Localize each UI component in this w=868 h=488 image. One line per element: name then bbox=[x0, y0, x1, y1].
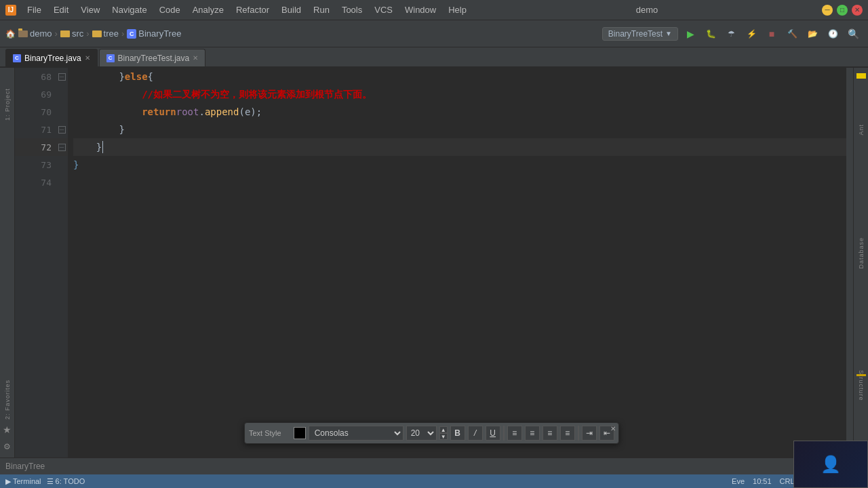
align-justify-button[interactable]: ≡ bbox=[560, 426, 575, 441]
tab-binarytree-close[interactable]: ✕ bbox=[85, 54, 90, 62]
run-button[interactable]: ▶ bbox=[681, 24, 700, 43]
fold-69 bbox=[56, 85, 68, 103]
minimize-button[interactable]: ─ bbox=[822, 5, 833, 16]
breadcrumb-sep1: › bbox=[55, 28, 58, 39]
terminal-button[interactable]: ▶ Terminal bbox=[5, 477, 41, 486]
toolbar: 🏠 demo › src › tree › C BinaryTree Binar… bbox=[0, 20, 868, 47]
tab-binarytreetest-label: BinaryTreeTest.java bbox=[118, 54, 190, 63]
menu-bar: File Edit View Navigate Code Analyze Ref… bbox=[22, 3, 472, 16]
breadcrumb-class[interactable]: C BinaryTree bbox=[127, 28, 181, 39]
tab-binarytreetest-icon: C bbox=[106, 54, 115, 62]
terminal-label: Terminal bbox=[13, 477, 41, 485]
scroll-marker bbox=[856, 374, 866, 376]
todo-button[interactable]: ☰ 6: TODO bbox=[47, 477, 85, 486]
breadcrumb-src[interactable]: src bbox=[60, 28, 83, 39]
menu-run[interactable]: Run bbox=[308, 3, 335, 16]
tree-folder-icon bbox=[92, 30, 102, 37]
breadcrumb-demo-label: demo bbox=[30, 28, 52, 39]
sidebar-project-label[interactable]: 1: Project bbox=[4, 85, 11, 123]
settings-icon[interactable]: ⚙ bbox=[3, 442, 11, 451]
indent-increase-button[interactable]: ⇥ bbox=[582, 426, 597, 441]
terminal-icon: ▶ bbox=[5, 477, 11, 486]
fold-74 bbox=[56, 174, 68, 191]
menu-vcs[interactable]: VCS bbox=[369, 3, 398, 16]
align-right-button[interactable]: ≡ bbox=[542, 426, 557, 441]
editor-area: 68 69 70 71 72 73 74 bbox=[15, 68, 853, 458]
menu-navigate[interactable]: Navigate bbox=[106, 3, 152, 16]
profile-button[interactable]: ⚡ bbox=[742, 24, 761, 43]
fold-71[interactable]: ─ bbox=[56, 121, 68, 138]
breadcrumb-src-label: src bbox=[72, 28, 83, 39]
debug-button[interactable]: 🐛 bbox=[701, 24, 720, 43]
text-style-title: Text Style bbox=[249, 429, 281, 437]
size-spinners: ▲ ▼ bbox=[439, 426, 448, 440]
menu-code[interactable]: Code bbox=[154, 3, 186, 16]
stop-button[interactable]: ■ bbox=[762, 24, 781, 43]
menu-edit[interactable]: Edit bbox=[48, 3, 74, 16]
fold-68[interactable]: ─ bbox=[56, 68, 68, 85]
breadcrumb: 🏠 demo › src › tree › C BinaryTree bbox=[5, 28, 181, 39]
fold-72[interactable]: ─ bbox=[56, 138, 68, 156]
text-color-swatch[interactable] bbox=[294, 427, 306, 439]
font-family-select[interactable]: Consolas Arial Times New Roman bbox=[309, 426, 403, 441]
menu-analyze[interactable]: Analyze bbox=[187, 3, 229, 16]
run-config-label: BinaryTreeTest bbox=[608, 29, 663, 39]
maximize-button[interactable]: □ bbox=[837, 5, 848, 16]
recent-files-button[interactable]: 🕐 bbox=[823, 24, 842, 43]
line-number-74: 74 bbox=[15, 174, 56, 191]
tab-binarytreetest[interactable]: C BinaryTreeTest.java ✕ bbox=[99, 49, 206, 66]
align-center-button[interactable]: ≡ bbox=[525, 426, 540, 441]
menu-refactor[interactable]: Refactor bbox=[231, 3, 275, 16]
line-number-69: 69 bbox=[15, 85, 56, 103]
menu-view[interactable]: View bbox=[75, 3, 105, 16]
class-icon: C bbox=[127, 29, 136, 39]
code-line-72: } bbox=[73, 138, 846, 156]
window-controls: ─ □ ✕ bbox=[822, 5, 863, 16]
close-button[interactable]: ✕ bbox=[852, 5, 863, 16]
line-number-68: 68 bbox=[15, 68, 56, 85]
event-log-label[interactable]: Eve bbox=[732, 477, 745, 485]
search-button[interactable]: 🔍 bbox=[844, 24, 863, 43]
editor-tabs: C BinaryTree.java ✕ C BinaryTreeTest.jav… bbox=[0, 47, 868, 68]
size-down-button[interactable]: ▼ bbox=[439, 433, 448, 440]
underline-button[interactable]: U bbox=[486, 426, 500, 441]
menu-window[interactable]: Window bbox=[399, 3, 441, 16]
code-line-71: } bbox=[73, 121, 846, 138]
run-config-dropdown-icon: ▼ bbox=[665, 30, 672, 37]
font-size-select[interactable]: 20 12 14 16 18 24 bbox=[406, 426, 437, 441]
line-number-70: 70 bbox=[15, 103, 56, 121]
menu-help[interactable]: Help bbox=[443, 3, 472, 16]
menu-file[interactable]: File bbox=[22, 3, 47, 16]
bottom-bar: BinaryTree bbox=[0, 458, 868, 474]
text-style-close[interactable]: ✕ bbox=[610, 425, 616, 432]
line-number-71: 71 bbox=[15, 121, 56, 138]
todo-label: 6: TODO bbox=[56, 477, 85, 485]
code-line-70: return root.append(e); bbox=[73, 103, 846, 121]
time-label: 10:51 bbox=[753, 477, 772, 485]
tab-binarytreetest-close[interactable]: ✕ bbox=[193, 54, 198, 62]
sidebar-favorites-label[interactable]: 2: Favorites bbox=[4, 377, 11, 422]
line-number-72: 72 bbox=[15, 138, 56, 156]
menu-tools[interactable]: Tools bbox=[336, 3, 368, 16]
run-config-selector[interactable]: BinaryTreeTest ▼ bbox=[602, 27, 678, 41]
breadcrumb-demo[interactable]: demo bbox=[18, 28, 52, 39]
titlebar-left: IJ File Edit View Navigate Code Analyze … bbox=[5, 3, 472, 16]
vertical-scrollbar[interactable] bbox=[846, 68, 853, 458]
ant-sidebar-label[interactable]: Ant bbox=[858, 124, 865, 136]
size-up-button[interactable]: ▲ bbox=[439, 426, 448, 433]
build-button[interactable]: 🔨 bbox=[783, 24, 802, 43]
menu-build[interactable]: Build bbox=[276, 3, 307, 16]
breadcrumb-tree[interactable]: tree bbox=[92, 28, 119, 39]
tab-binarytree[interactable]: C BinaryTree.java ✕ bbox=[5, 49, 98, 66]
src-folder-icon bbox=[60, 30, 70, 37]
toolbar-buttons: ▶ 🐛 ☂ ⚡ ■ 🔨 📂 🕐 🔍 bbox=[681, 24, 863, 43]
far-left-sidebar: 1: Project 2: Favorites ★ ⚙ bbox=[0, 68, 15, 458]
code-content[interactable]: }else{ //如果二叉树不为空，则将该元素添加到根节点下面。 return … bbox=[68, 68, 846, 458]
bold-button[interactable]: B bbox=[450, 426, 465, 441]
italic-button[interactable]: / bbox=[468, 426, 483, 441]
align-left-button[interactable]: ≡ bbox=[507, 426, 522, 441]
database-sidebar-label[interactable]: Database bbox=[858, 237, 865, 269]
coverage-button[interactable]: ☂ bbox=[722, 24, 741, 43]
open-file-button[interactable]: 📂 bbox=[803, 24, 822, 43]
breadcrumb-sep3: › bbox=[121, 28, 124, 39]
